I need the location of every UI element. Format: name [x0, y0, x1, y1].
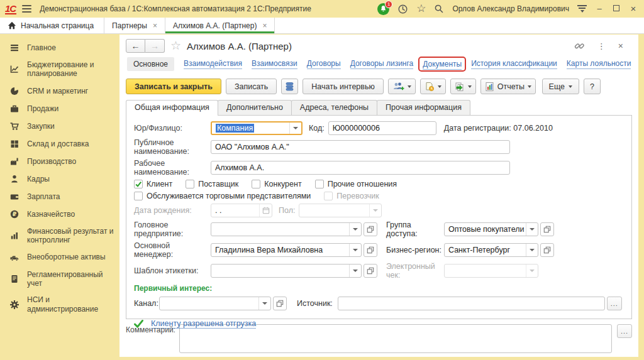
reports-button[interactable]: Отчеты [480, 79, 536, 94]
supplier-checkbox-pair[interactable]: Поставщик [186, 180, 238, 188]
history-icon[interactable] [397, 4, 408, 14]
chevron-down-icon [569, 85, 572, 88]
checkbox-icon[interactable] [134, 192, 143, 200]
public-name-input[interactable]: ОАО "Алхимов А.А." [211, 140, 510, 154]
e-receipt-combobox [444, 264, 538, 278]
save-and-close-button[interactable]: Записать и закрыть [126, 79, 221, 94]
shipment-allowed-link[interactable]: Клиенту разрешена отгрузка [151, 319, 256, 329]
dropdown-arrow-icon[interactable] [526, 223, 538, 236]
favorite-star-icon[interactable]: ☆ [170, 40, 181, 52]
legal-type-combobox[interactable]: Компания [211, 121, 303, 135]
sidebar-item-budgeting[interactable]: Бюджетирование и планирование [0, 57, 119, 82]
sidebar-item-warehouse[interactable]: Склад и доставка [0, 135, 119, 153]
start-interview-button[interactable]: Начать интервью [303, 79, 384, 94]
sidebar-item-finresult[interactable]: Финансовый результат и контроллинг [0, 223, 119, 249]
sidebar-item-purchases[interactable]: Закупки [0, 117, 119, 135]
sidebar-item-treasury[interactable]: ₽ Казначейство [0, 205, 119, 223]
favorites-star-icon[interactable]: ☆ [416, 3, 426, 14]
tab-close-icon[interactable]: × [153, 21, 157, 30]
main-menu-icon[interactable] [22, 5, 31, 13]
competitor-checkbox-pair[interactable]: Конкурент [252, 180, 301, 188]
close-window-icon[interactable]: × [629, 4, 638, 13]
tab-other-info[interactable]: Прочая информация [377, 100, 470, 115]
sidebar-item-hr[interactable]: Кадры [0, 170, 119, 188]
tab-partner-alhimov[interactable]: Алхимов А.А. (Партнер) × [165, 18, 275, 33]
notifications-bell-icon[interactable]: 1 [377, 3, 389, 15]
dropdown-arrow-icon[interactable] [349, 265, 361, 277]
sidebar-item-nsi-administration[interactable]: НСИ и администрирование [0, 292, 119, 317]
close-form-icon[interactable]: × [618, 41, 623, 51]
nav-link-leasing-contracts[interactable]: Договоры лизинга [350, 59, 414, 69]
tab-home[interactable]: Начальная страница [0, 18, 104, 33]
client-checkbox-pair[interactable]: Клиент [134, 180, 172, 188]
forward-button[interactable]: → [145, 39, 165, 53]
head-company-combobox[interactable] [211, 222, 362, 236]
cart-icon [9, 121, 20, 131]
nav-link-classification-history[interactable]: История классификации [471, 59, 557, 69]
get-link-icon[interactable] [574, 41, 585, 52]
open-item-button[interactable] [540, 222, 554, 236]
back-button[interactable]: ← [126, 39, 145, 53]
sidebar-item-noncurrent-assets[interactable]: Внеоборотные активы [0, 249, 119, 266]
current-user-name[interactable]: Орлов Александр Владимирович [452, 4, 569, 13]
help-button[interactable]: ? [584, 79, 601, 94]
sidebar-item-payroll[interactable]: Зарплата [0, 188, 119, 205]
dropdown-arrow-icon[interactable] [289, 123, 301, 134]
search-icon[interactable] [434, 4, 444, 14]
sidebar-item-label: Главное [27, 43, 56, 52]
nav-link-relations[interactable]: Взаимосвязи [252, 59, 297, 69]
more-actions-icon[interactable]: ⋮ [597, 41, 606, 51]
nav-link-interactions[interactable]: Взаимодействия [184, 59, 242, 69]
checkbox-checked-icon[interactable] [134, 180, 143, 188]
work-name-input[interactable]: Алхимов А.А. [211, 161, 510, 175]
more-button[interactable]: Еще [542, 79, 579, 94]
sidebar-item-main[interactable]: Главное [0, 39, 119, 57]
channel-combobox[interactable] [159, 297, 271, 310]
nav-link-main[interactable]: Основное [127, 57, 174, 71]
tasks-reminder-button[interactable] [420, 79, 446, 94]
open-item-button[interactable] [273, 297, 287, 310]
create-based-on-button[interactable] [450, 79, 476, 94]
code-field[interactable]: Ю000000006 [328, 121, 436, 135]
label-template-label: Шаблон этикетки: [134, 266, 211, 275]
open-item-button[interactable] [364, 243, 377, 257]
sidebar-item-regulated-accounting[interactable]: Регламентированный учет [0, 266, 119, 292]
checkbox-icon[interactable] [315, 180, 324, 188]
tab-partners[interactable]: Партнеры × [104, 18, 165, 33]
sidebar-item-sales[interactable]: Продажи [0, 100, 119, 117]
sales-reps-checkbox-pair[interactable]: Обслуживается торговыми представителями [134, 192, 311, 200]
dropdown-arrow-icon[interactable] [349, 223, 361, 236]
other-relations-checkbox-pair[interactable]: Прочие отношения [315, 180, 397, 188]
public-name-value: ОАО "Алхимов А.А." [211, 143, 509, 151]
sidebar-item-crm[interactable]: CRM и маркетинг [0, 82, 119, 100]
nav-link-loyalty-cards[interactable]: Карты лояльности [567, 59, 631, 69]
open-item-button[interactable] [364, 264, 377, 278]
dropdown-arrow-icon[interactable] [258, 297, 270, 310]
minimize-icon[interactable]: – [595, 4, 604, 13]
tab-additional[interactable]: Дополнительно [218, 100, 292, 115]
tools-menu-icon[interactable] [577, 5, 587, 13]
region-combobox[interactable]: Санкт-Петербург [444, 243, 538, 257]
tab-close-icon[interactable]: × [262, 21, 267, 30]
assign-responsible-button[interactable] [388, 79, 416, 94]
open-item-button[interactable] [540, 243, 554, 257]
source-choose-button[interactable]: ... [607, 297, 622, 310]
dropdown-arrow-icon[interactable] [526, 244, 538, 256]
label-template-combobox[interactable] [211, 264, 362, 278]
access-group-value: Оптовые покупатели [445, 225, 526, 234]
maximize-icon[interactable] [612, 4, 621, 13]
access-group-combobox[interactable]: Оптовые покупатели [444, 222, 538, 236]
tab-addresses-phones[interactable]: Адреса, телефоны [291, 100, 377, 115]
show-in-list-button[interactable] [281, 79, 298, 94]
source-input[interactable] [338, 297, 605, 310]
tab-general-info[interactable]: Общая информация [126, 100, 218, 115]
nav-link-documents[interactable]: Документы [423, 60, 462, 70]
checkbox-icon[interactable] [186, 180, 194, 188]
nav-link-contracts[interactable]: Договоры [307, 59, 341, 69]
checkbox-icon[interactable] [252, 180, 260, 188]
open-item-button[interactable] [364, 222, 377, 236]
save-button[interactable]: Записать [226, 79, 277, 94]
dropdown-arrow-icon[interactable] [349, 244, 361, 256]
manager-combobox[interactable]: Гладилина Вера Михайловна [211, 243, 362, 257]
sidebar-item-production[interactable]: Производство [0, 153, 119, 170]
